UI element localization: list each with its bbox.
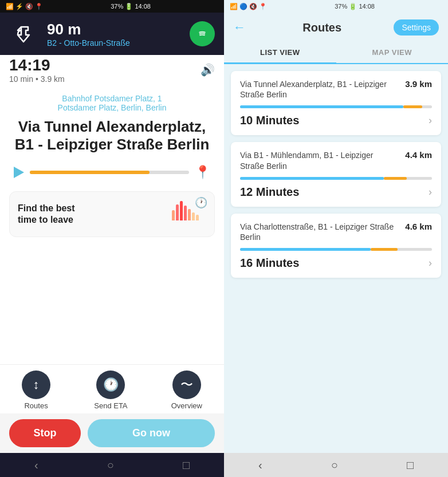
route-card-2[interactable]: Via B1 - Mühlendamm, B1 - Leipziger Stra…	[231, 142, 441, 206]
best-time-text: Find the besttime to leave	[18, 203, 75, 227]
route-3-chevron-icon: ›	[429, 257, 432, 269]
route-card-3-header: Via Charlottenstraße, B1 - Leipziger Str…	[240, 222, 432, 242]
route-1-footer: 10 Minutes ›	[240, 114, 432, 127]
route-2-footer: 12 Minutes ›	[240, 186, 432, 199]
route-3-minutes: 16 Minutes	[240, 257, 299, 270]
route-2-orange-fill	[384, 177, 407, 180]
android-nav-bar-right: ‹ ○ □	[224, 453, 448, 477]
route-3-footer: 16 Minutes ›	[240, 257, 432, 270]
nav-distance: 90 m	[47, 21, 180, 38]
send-eta-action-button[interactable]: 🕐 Send ETA	[94, 370, 127, 410]
best-time-card[interactable]: Find the besttime to leave 🕐	[9, 191, 215, 237]
route-3-progress	[240, 248, 432, 251]
destination-address: Bahnhof Potsdamer Platz, 1Potsdamer Plat…	[9, 94, 215, 112]
route-card-2-header: Via B1 - Mühlendamm, B1 - Leipziger Stra…	[240, 150, 432, 171]
route-card-1[interactable]: Via Tunnel Alexanderplatz, B1 - Leipzige…	[231, 71, 441, 135]
svg-point-0	[197, 28, 208, 40]
back-nav-icon[interactable]: ‹	[34, 459, 38, 472]
tab-map-view[interactable]: MAP VIEW	[336, 42, 449, 63]
settings-button[interactable]: Settings	[394, 19, 439, 36]
routes-title: Routes	[250, 21, 394, 34]
routes-icon: ↕	[22, 370, 50, 399]
time-bar: 14:19 10 min • 3.9 km 🔊	[0, 55, 224, 85]
nav-header: 90 m B2 - Otto-Braun-Straße	[0, 13, 224, 55]
route-card-1-header: Via Tunnel Alexanderplatz, B1 - Leipzige…	[240, 79, 432, 100]
routes-list: Via Tunnel Alexanderplatz, B1 - Leipzige…	[224, 64, 448, 453]
route-2-blue-fill	[240, 177, 384, 180]
route-1-blue-fill	[240, 105, 403, 108]
trip-info-text: 10 min • 3.9 km	[9, 74, 65, 84]
route-3-orange-fill	[371, 248, 398, 251]
stop-go-bar: Stop Go now	[0, 413, 224, 453]
main-nav-area: Bahnhof Potsdamer Platz, 1Potsdamer Plat…	[0, 85, 224, 364]
route-2-progress	[240, 177, 432, 180]
routes-label: Routes	[24, 401, 48, 410]
turn-arrow-icon	[9, 19, 38, 48]
trip-info: 14:19 10 min • 3.9 km	[9, 56, 65, 84]
progress-fill	[30, 171, 150, 174]
play-triangle-icon	[14, 167, 24, 178]
android-nav-bar-left: ‹ ○ □	[0, 453, 224, 477]
status-left-icons: 📶 ⚡ 🔇 📍	[6, 3, 43, 10]
volume-icon[interactable]: 🔊	[201, 63, 215, 77]
route-2-distance: 4.4 km	[405, 150, 432, 160]
home-nav-icon-right[interactable]: ○	[331, 459, 338, 472]
route-1-minutes: 10 Minutes	[240, 114, 299, 127]
nav-street: B2 - Otto-Braun-Straße	[47, 38, 180, 48]
spotify-button[interactable]	[190, 21, 215, 46]
traffic-chart-icon: 🕐	[172, 200, 206, 228]
overview-icon: 〜	[172, 370, 201, 399]
back-nav-icon-right[interactable]: ‹	[258, 459, 262, 472]
right-panel: 📶 🔵 🔇 📍 37% 🔋 14:08 ← Routes Settings LI…	[224, 0, 448, 477]
tab-bar: LIST VIEW MAP VIEW	[224, 42, 448, 64]
route-card-3[interactable]: Via Charlottenstraße, B1 - Leipziger Str…	[231, 214, 441, 278]
overview-label: Overview	[171, 401, 202, 410]
recents-nav-icon-right[interactable]: □	[407, 459, 414, 472]
route-1-orange-fill	[403, 105, 423, 108]
route-2-minutes: 12 Minutes	[240, 186, 299, 199]
route-progress-bar: 📍	[9, 165, 215, 180]
progress-track	[30, 171, 189, 174]
route-name-display: Via Tunnel Alexan­derplatz, B1 - Leip­zi…	[9, 118, 215, 153]
home-nav-icon[interactable]: ○	[107, 459, 114, 472]
route-3-blue-fill	[240, 248, 371, 251]
recents-nav-icon[interactable]: □	[183, 459, 190, 472]
overview-action-button[interactable]: 〜 Overview	[171, 370, 202, 410]
left-panel: 📶 ⚡ 🔇 📍 37% 🔋 14:08 90 m B2 - Otto-Braun…	[0, 0, 224, 477]
routes-header: ← Routes Settings	[224, 13, 448, 42]
back-button[interactable]: ←	[233, 20, 246, 35]
nav-info: 90 m B2 - Otto-Braun-Straße	[47, 21, 180, 48]
routes-action-button[interactable]: ↕ Routes	[22, 370, 50, 410]
tab-list-view[interactable]: LIST VIEW	[224, 42, 336, 64]
route-3-via: Via Charlottenstraße, B1 - Leipziger Str…	[240, 222, 398, 242]
route-2-via: Via B1 - Mühlendamm, B1 - Leipziger Stra…	[240, 150, 398, 171]
bottom-actions-bar: ↕ Routes 🕐 Send ETA 〜 Overview	[0, 364, 224, 413]
status-left-center: 37% 🔋 14:08	[111, 3, 151, 10]
route-1-distance: 3.9 km	[405, 79, 432, 89]
status-right-center: 37% 🔋 14:08	[335, 3, 375, 10]
send-eta-label: Send ETA	[94, 401, 127, 410]
route-1-progress	[240, 105, 432, 108]
go-now-button[interactable]: Go now	[88, 419, 215, 447]
status-right-left: 📶 🔵 🔇 📍	[230, 3, 267, 10]
destination-pin-icon: 📍	[195, 165, 210, 180]
stop-button[interactable]: Stop	[9, 419, 81, 447]
status-bar-left: 📶 ⚡ 🔇 📍 37% 🔋 14:08	[0, 0, 224, 13]
send-eta-icon: 🕐	[96, 370, 125, 399]
route-2-chevron-icon: ›	[429, 186, 432, 198]
route-1-via: Via Tunnel Alexanderplatz, B1 - Leipzige…	[240, 79, 398, 100]
route-3-distance: 4.6 km	[405, 222, 432, 231]
route-1-chevron-icon: ›	[429, 115, 432, 127]
status-bar-right: 📶 🔵 🔇 📍 37% 🔋 14:08	[224, 0, 448, 13]
arrival-time: 14:19	[9, 56, 65, 74]
